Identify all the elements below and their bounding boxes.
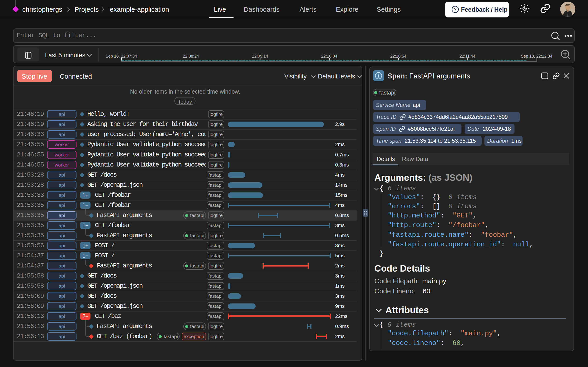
svg-text:?: ? bbox=[454, 7, 456, 12]
